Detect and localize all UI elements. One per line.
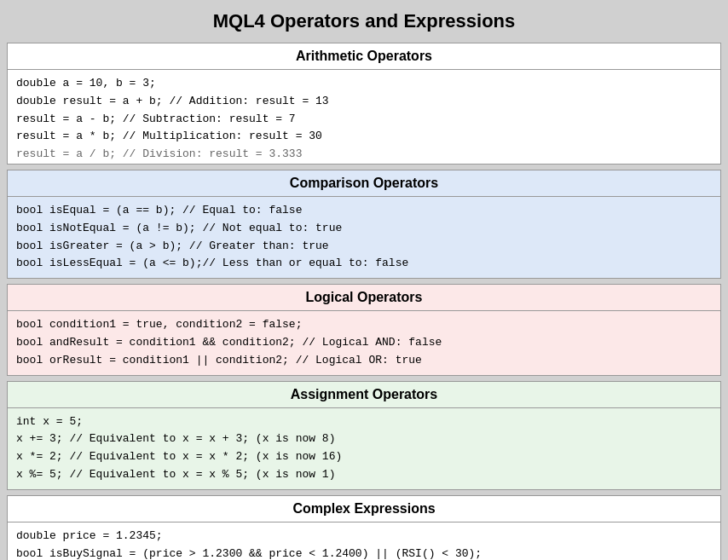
section-arithmetic: Arithmetic Operatorsdouble a = 10, b = 3… bbox=[7, 43, 721, 165]
code-line: result = a - b; // Subtraction: result =… bbox=[16, 111, 712, 129]
code-line: result = a * b; // Multiplication: resul… bbox=[16, 128, 712, 146]
code-line: bool isGreater = (a > b); // Greater tha… bbox=[16, 238, 712, 256]
code-line: double result = a + b; // Addition: resu… bbox=[16, 93, 712, 111]
section-logical: Logical Operatorsbool condition1 = true,… bbox=[7, 284, 721, 375]
code-line: bool isBuySignal = (price > 1.2300 && pr… bbox=[16, 546, 712, 560]
section-title-comparison: Comparison Operators bbox=[8, 170, 720, 197]
code-line: result = a / b; // Division: result = 3.… bbox=[16, 146, 712, 164]
section-complex: Complex Expressionsdouble price = 1.2345… bbox=[7, 495, 721, 560]
section-assignment: Assignment Operatorsint x = 5;x += 3; //… bbox=[7, 381, 721, 490]
code-line: bool isNotEqual = (a != b); // Not equal… bbox=[16, 220, 712, 238]
code-line: int x = 5; bbox=[16, 413, 712, 431]
code-line: x %= 5; // Equivalent to x = x % 5; (x i… bbox=[16, 466, 712, 484]
code-line: bool condition1 = true, condition2 = fal… bbox=[16, 316, 712, 334]
code-line: bool andResult = condition1 && condition… bbox=[16, 334, 712, 352]
code-line: x *= 2; // Equivalent to x = x * 2; (x i… bbox=[16, 448, 712, 466]
page-wrapper: MQL4 Operators and Expressions Arithmeti… bbox=[0, 0, 728, 560]
code-line: bool isLessEqual = (a <= b);// Less than… bbox=[16, 255, 712, 273]
code-line: x += 3; // Equivalent to x = x + 3; (x i… bbox=[16, 430, 712, 448]
code-line: double a = 10, b = 3; bbox=[16, 75, 712, 93]
section-title-arithmetic: Arithmetic Operators bbox=[8, 43, 720, 70]
page-title: MQL4 Operators and Expressions bbox=[7, 7, 721, 36]
section-comparison: Comparison Operatorsbool isEqual = (a ==… bbox=[7, 170, 721, 279]
section-code-assignment: int x = 5;x += 3; // Equivalent to x = x… bbox=[8, 408, 720, 489]
code-line: bool isEqual = (a == b); // Equal to: fa… bbox=[16, 202, 712, 220]
section-title-assignment: Assignment Operators bbox=[8, 382, 720, 408]
section-code-arithmetic: double a = 10, b = 3;double result = a +… bbox=[8, 70, 720, 164]
section-title-complex: Complex Expressions bbox=[8, 496, 720, 522]
section-code-logical: bool condition1 = true, condition2 = fal… bbox=[8, 311, 720, 374]
sections-container: Arithmetic Operatorsdouble a = 10, b = 3… bbox=[7, 43, 721, 560]
code-line: bool orResult = condition1 || condition2… bbox=[16, 352, 712, 370]
code-line: double price = 1.2345; bbox=[16, 528, 712, 546]
section-code-comparison: bool isEqual = (a == b); // Equal to: fa… bbox=[8, 197, 720, 278]
section-code-complex: double price = 1.2345;bool isBuySignal =… bbox=[8, 522, 720, 560]
section-title-logical: Logical Operators bbox=[8, 285, 720, 311]
